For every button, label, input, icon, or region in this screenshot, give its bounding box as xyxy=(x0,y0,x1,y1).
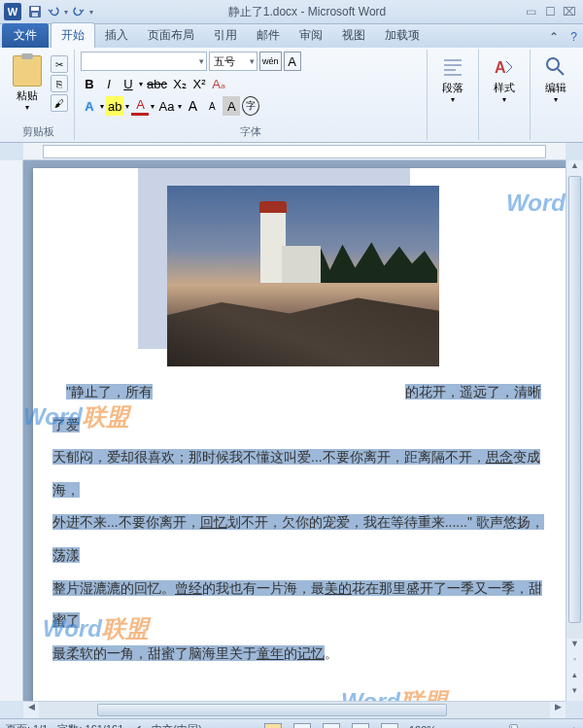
title-bar: W ▾ ▾ 静止了1.docx - Microsoft Word ▭ ☐ ⌧ xyxy=(0,0,583,24)
status-zoom-value[interactable]: 100% xyxy=(409,724,436,729)
ribbon: 粘贴 ▾ ✂ ⎘ 🖌 剪贴板 五号 wén A B I U ▾ abc X₂ X… xyxy=(0,48,583,143)
status-word-count[interactable]: 字数: 161/161 xyxy=(57,722,123,728)
document-area: "静止了，所有的花开，遥远了，清晰了爱 天郁闷，爱却很喜欢；那时候我不懂这叫爱.… xyxy=(0,160,583,701)
status-bar: 页面: 1/1 字数: 161/161 ✔ 中文(中国) 100% − + xyxy=(0,718,583,728)
window-title: 静止了1.docx - Microsoft Word xyxy=(93,4,521,20)
group-font: 五号 wén A B I U ▾ abc X₂ X² Aₐ A ▾ ab ▾ A… xyxy=(75,50,428,140)
tab-review[interactable]: 审阅 xyxy=(290,23,332,48)
status-page[interactable]: 页面: 1/1 xyxy=(6,722,48,728)
change-case-button[interactable]: Aa xyxy=(156,96,176,116)
view-full-screen[interactable] xyxy=(293,723,311,729)
copy-button[interactable]: ⎘ xyxy=(51,75,68,92)
paragraph-button[interactable]: 段落 ▾ xyxy=(433,52,472,104)
browse-object-icon[interactable]: ◦ xyxy=(566,654,583,670)
styles-icon: A xyxy=(493,55,516,79)
scroll-up-icon[interactable]: ▲ xyxy=(566,160,583,176)
zoom-in-button[interactable]: + xyxy=(571,724,577,729)
redo-icon[interactable] xyxy=(70,4,86,19)
status-language[interactable]: 中文(中国) xyxy=(152,722,201,728)
tab-file[interactable]: 文件 xyxy=(2,23,49,48)
bold-button[interactable]: B xyxy=(81,74,98,93)
group-styles: A 样式 ▾ xyxy=(479,50,531,140)
view-print-layout[interactable] xyxy=(264,723,282,729)
strikethrough-button[interactable]: abc xyxy=(145,74,169,93)
enclose-char-button[interactable]: 字 xyxy=(242,96,259,116)
horizontal-scrollbar[interactable]: ◀ ▶ xyxy=(23,701,566,718)
svg-point-8 xyxy=(547,58,559,70)
scroll-down-icon[interactable]: ▼ xyxy=(566,639,583,654)
editing-button[interactable]: 编辑 ▾ xyxy=(536,52,575,104)
word-app-icon: W xyxy=(4,3,21,20)
undo-icon[interactable] xyxy=(47,4,62,19)
svg-text:A: A xyxy=(495,59,506,76)
cut-button[interactable]: ✂ xyxy=(51,55,68,73)
paste-button[interactable]: 粘贴 ▾ xyxy=(8,52,47,112)
grow-font-button[interactable]: A xyxy=(184,96,201,116)
prev-page-icon[interactable]: ▴ xyxy=(566,670,583,685)
subscript-button[interactable]: X₂ xyxy=(171,74,189,93)
tab-references[interactable]: 引用 xyxy=(204,23,247,48)
tab-mailings[interactable]: 邮件 xyxy=(247,23,290,48)
scroll-right-icon[interactable]: ▶ xyxy=(550,702,566,718)
underline-button[interactable]: U xyxy=(120,74,137,93)
paragraph-icon xyxy=(441,55,464,79)
maximize-button[interactable]: ☐ xyxy=(540,5,560,18)
help-button[interactable]: ? xyxy=(565,26,583,48)
vscroll-thumb[interactable] xyxy=(568,176,581,623)
char-border-button[interactable]: A xyxy=(284,52,301,71)
phonetic-guide-button[interactable]: wén xyxy=(259,52,282,71)
ribbon-tabs: 文件 开始 插入 页面布局 引用 邮件 审阅 视图 加载项 ⌃ ? xyxy=(0,24,583,48)
clipboard-icon xyxy=(13,55,42,87)
ribbon-minimize[interactable]: ⌃ xyxy=(543,26,565,48)
hscroll-thumb[interactable] xyxy=(97,704,447,716)
close-button[interactable]: ⌧ xyxy=(560,5,579,18)
watermark: Word联盟 xyxy=(341,686,447,701)
watermark: Word联盟 xyxy=(506,188,566,219)
italic-button[interactable]: I xyxy=(100,74,118,93)
find-icon xyxy=(544,55,567,79)
svg-rect-1 xyxy=(31,7,39,11)
svg-rect-2 xyxy=(32,13,38,17)
vertical-ruler[interactable] xyxy=(0,160,23,701)
text-effects-button[interactable]: A xyxy=(81,96,98,116)
group-editing: 编辑 ▾ xyxy=(531,50,581,140)
tab-insert[interactable]: 插入 xyxy=(95,23,138,48)
group-paragraph: 段落 ▾ xyxy=(428,50,479,140)
scroll-left-icon[interactable]: ◀ xyxy=(23,702,39,718)
save-icon[interactable] xyxy=(27,4,43,19)
superscript-button[interactable]: X² xyxy=(190,74,208,93)
format-painter-button[interactable]: 🖌 xyxy=(51,94,68,112)
tab-layout[interactable]: 页面布局 xyxy=(138,23,204,48)
minimize-button[interactable]: ▭ xyxy=(521,5,540,18)
svg-line-9 xyxy=(558,69,564,75)
next-page-icon[interactable]: ▾ xyxy=(566,685,583,701)
char-shading-button[interactable]: A xyxy=(223,96,240,116)
status-proofing-icon[interactable]: ✔ xyxy=(133,723,142,728)
page[interactable]: "静止了，所有的花开，遥远了，清晰了爱 天郁闷，爱却很喜欢；那时候我不懂这叫爱.… xyxy=(33,168,566,701)
shrink-font-button[interactable]: A xyxy=(203,96,221,116)
document-body-text[interactable]: "静止了，所有的花开，遥远了，清晰了爱 天郁闷，爱却很喜欢；那时候我不懂这叫爱.… xyxy=(52,376,554,670)
document-image-lighthouse[interactable] xyxy=(167,186,439,366)
vertical-scrollbar[interactable]: ▲ ▼ ◦ ▴ ▾ xyxy=(566,160,583,701)
zoom-out-button[interactable]: − xyxy=(446,724,452,729)
view-web-layout[interactable] xyxy=(323,723,340,729)
clear-format-button[interactable]: Aₐ xyxy=(210,74,227,93)
highlight-button[interactable]: ab xyxy=(106,96,123,116)
document-viewport[interactable]: "静止了，所有的花开，遥远了，清晰了爱 天郁闷，爱却很喜欢；那时候我不懂这叫爱.… xyxy=(23,160,566,701)
qat-undo-dropdown[interactable]: ▾ xyxy=(64,8,68,17)
tab-addins[interactable]: 加载项 xyxy=(375,23,429,48)
tab-view[interactable]: 视图 xyxy=(332,23,375,48)
font-name-combo[interactable] xyxy=(81,52,207,71)
view-outline[interactable] xyxy=(352,723,369,729)
group-clipboard: 粘贴 ▾ ✂ ⎘ 🖌 剪贴板 xyxy=(2,50,75,140)
font-size-combo[interactable]: 五号 xyxy=(209,52,257,71)
tab-home[interactable]: 开始 xyxy=(51,22,95,48)
view-draft[interactable] xyxy=(381,723,398,729)
styles-button[interactable]: A 样式 ▾ xyxy=(485,52,524,104)
horizontal-ruler[interactable] xyxy=(23,143,566,160)
font-color-button[interactable]: A xyxy=(131,96,149,116)
